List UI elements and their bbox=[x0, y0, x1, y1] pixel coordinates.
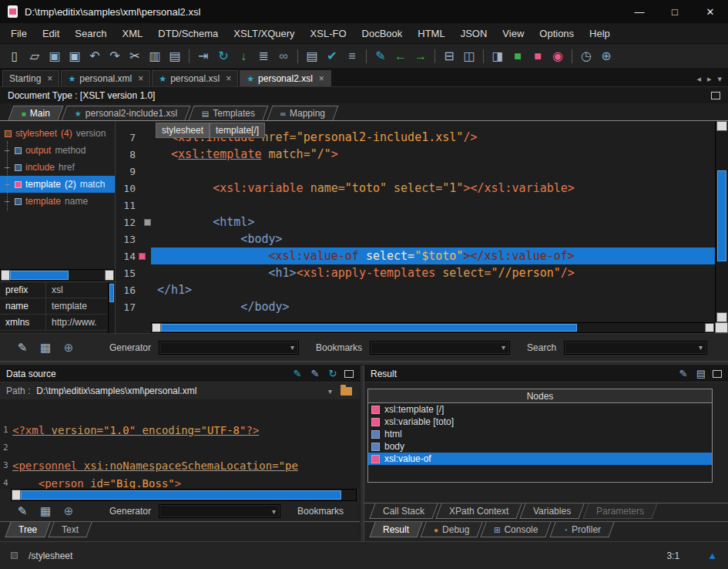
wand-icon[interactable]: ✎ bbox=[291, 368, 304, 380]
edit-pencil-icon[interactable]: ✎ bbox=[15, 341, 29, 355]
editor-tab-personal2-include1-xsl[interactable]: ★personal2-include1.xsl bbox=[62, 106, 191, 120]
result-node-xsl-template[interactable]: xsl:template [/] bbox=[368, 403, 712, 416]
result-node-html[interactable]: html bbox=[368, 428, 712, 440]
outline-item-template-match[interactable]: –template(2)match bbox=[0, 176, 115, 193]
result-node-xsl-variable-toto[interactable]: xsl:variable [toto] bbox=[368, 416, 712, 428]
generator-combo[interactable]: ▾ bbox=[159, 341, 299, 355]
menu-edit[interactable]: Edit bbox=[35, 23, 67, 43]
data-source-code[interactable]: 1<?xml version="1.0" encoding="UTF-8"?>2… bbox=[0, 399, 360, 489]
data-source-line-3[interactable]: 3<personnel xsi:noNamespaceSchemaLocatio… bbox=[0, 456, 360, 474]
document-tab-personal-xsl[interactable]: ★personal.xsl× bbox=[152, 70, 238, 86]
code-line-13[interactable]: 13 <body> bbox=[116, 231, 715, 247]
grid-icon[interactable]: ▦ bbox=[39, 504, 52, 518]
close-tab-icon[interactable]: × bbox=[138, 73, 143, 84]
menu-dtd-schema[interactable]: DTD/Schema bbox=[150, 23, 226, 43]
scroll-right-button[interactable] bbox=[105, 270, 114, 281]
back-icon[interactable]: ← bbox=[391, 46, 411, 66]
attributes-scrollbar[interactable] bbox=[108, 282, 115, 333]
prev-tab-icon[interactable]: ◂ bbox=[696, 74, 701, 84]
maximize-panel-icon[interactable] bbox=[711, 92, 720, 99]
record-icon[interactable]: ◉ bbox=[548, 46, 568, 66]
cut-icon[interactable]: ✂ bbox=[125, 46, 145, 66]
code-line-15[interactable]: 15 <h1><xsl:apply-templates select="//pe… bbox=[116, 264, 715, 281]
wand-icon[interactable]: ✎ bbox=[371, 46, 391, 66]
code-line-14[interactable]: 14 <xsl:value-of select="$toto"></xsl:va… bbox=[116, 247, 715, 264]
open-file-icon[interactable]: ▱ bbox=[25, 46, 45, 66]
debug-tab-call-stack[interactable]: Call Stack bbox=[369, 503, 438, 519]
scroll-track[interactable] bbox=[577, 323, 705, 332]
undo-icon[interactable]: ↶ bbox=[85, 46, 105, 66]
expand-toggle-icon[interactable]: ▲ bbox=[707, 550, 717, 561]
scroll-left-button[interactable] bbox=[1, 270, 10, 281]
menu-docbook[interactable]: DocBook bbox=[354, 23, 411, 43]
sync-icon[interactable]: ↻ bbox=[327, 368, 339, 380]
grid-icon[interactable]: ▦ bbox=[39, 341, 52, 355]
close-tab-icon[interactable]: × bbox=[47, 73, 52, 84]
scroll-thumb[interactable] bbox=[717, 170, 726, 261]
close-tab-icon[interactable]: × bbox=[226, 73, 231, 84]
close-tab-icon[interactable]: × bbox=[319, 73, 324, 84]
code-line-8[interactable]: 8 <xsl:template match="/"> bbox=[116, 146, 715, 163]
outline-item-include-href[interactable]: –includehref bbox=[0, 159, 115, 176]
document-tab-starting[interactable]: Starting× bbox=[2, 70, 59, 86]
open-folder-icon[interactable] bbox=[341, 387, 352, 396]
attribute-row-prefix[interactable]: prefixxsl bbox=[0, 282, 115, 298]
generator-combo[interactable]: ▾ bbox=[159, 504, 280, 518]
scroll-thumb[interactable] bbox=[109, 284, 114, 302]
insert-icon[interactable]: ↓ bbox=[233, 46, 253, 66]
maximize-button[interactable]: □ bbox=[657, 0, 693, 23]
debug-tab-variables[interactable]: Variables bbox=[520, 503, 585, 519]
editor-tab-mapping[interactable]: ∞Mapping bbox=[267, 106, 338, 120]
scroll-left-button[interactable] bbox=[12, 490, 21, 500]
doc-icon[interactable]: ▤ bbox=[695, 368, 707, 380]
outline-item-output-method[interactable]: –outputmethod bbox=[0, 142, 115, 159]
attribute-row-xmlns[interactable]: xmlnshttp://www. bbox=[0, 315, 115, 331]
code-line-17[interactable]: 17 </body> bbox=[116, 298, 715, 315]
outline-item-stylesheet-version[interactable]: stylesheet(4)version bbox=[0, 125, 115, 142]
copy-icon[interactable]: ▥ bbox=[145, 46, 165, 66]
redo-icon[interactable]: ↷ bbox=[105, 46, 125, 66]
browser-icon[interactable]: ⊕ bbox=[596, 46, 616, 66]
view-tab-debug[interactable]: ●Debug bbox=[420, 522, 483, 537]
menu-search[interactable]: Search bbox=[67, 23, 114, 43]
scroll-left-button[interactable] bbox=[152, 323, 161, 332]
scroll-thumb[interactable] bbox=[21, 490, 341, 500]
maximize-panel-icon[interactable] bbox=[344, 370, 354, 378]
data-source-line-1[interactable]: 1<?xml version="1.0" encoding="UTF-8"?> bbox=[0, 421, 360, 439]
format-icon[interactable]: ≡ bbox=[342, 46, 362, 66]
document-tab-personal2-xsl[interactable]: ★personal2.xsl× bbox=[240, 70, 331, 86]
view-tab-result[interactable]: Result bbox=[369, 522, 422, 537]
sync-icon[interactable]: ↻ bbox=[213, 46, 233, 66]
minimize-button[interactable]: — bbox=[622, 0, 657, 23]
scroll-thumb[interactable] bbox=[161, 324, 577, 332]
menu-file[interactable]: File bbox=[3, 23, 35, 43]
data-source-line-4[interactable]: 4 <person id="Big.Boss"> bbox=[0, 474, 360, 489]
editor-horizontal-scrollbar[interactable] bbox=[151, 322, 715, 333]
search-combo[interactable]: ▾ bbox=[564, 341, 707, 355]
pink-panel-icon[interactable]: ■ bbox=[528, 46, 548, 66]
edit-icon[interactable]: ✎ bbox=[677, 368, 689, 380]
outline-item-template-name[interactable]: –templatename bbox=[0, 193, 115, 210]
menu-xml[interactable]: XML bbox=[115, 23, 151, 43]
hierarchy-icon[interactable]: ≣ bbox=[253, 46, 273, 66]
data-source-tab-text[interactable]: Text bbox=[49, 522, 92, 537]
code-line-9[interactable]: 9 bbox=[116, 163, 715, 180]
scroll-down-button[interactable] bbox=[716, 312, 727, 322]
toggle-panel-icon[interactable]: ◨ bbox=[488, 46, 508, 66]
next-tab-icon[interactable]: ▸ bbox=[707, 74, 712, 84]
editor-tab-main[interactable]: ■Main bbox=[8, 106, 64, 120]
scroll-right-button[interactable] bbox=[705, 323, 714, 332]
data-source-tab-tree[interactable]: Tree bbox=[5, 522, 51, 537]
code-line-12[interactable]: 12 <html> bbox=[116, 214, 715, 231]
edit-icon[interactable]: ✎ bbox=[309, 368, 321, 380]
green-panel-icon[interactable]: ■ bbox=[508, 46, 528, 66]
tab-list-icon[interactable]: ▾ bbox=[717, 74, 722, 84]
validate-icon[interactable]: ✔ bbox=[322, 46, 342, 66]
code-line-16[interactable]: 16</h1> bbox=[116, 281, 715, 298]
history-icon[interactable]: ◷ bbox=[576, 46, 596, 66]
scroll-thumb[interactable] bbox=[10, 271, 69, 280]
edit-pencil-icon[interactable]: ✎ bbox=[15, 504, 29, 518]
data-source-line-2[interactable]: 2 bbox=[0, 439, 360, 456]
data-source-horizontal-scrollbar[interactable] bbox=[11, 489, 357, 501]
gray-marker-icon[interactable] bbox=[139, 219, 151, 226]
